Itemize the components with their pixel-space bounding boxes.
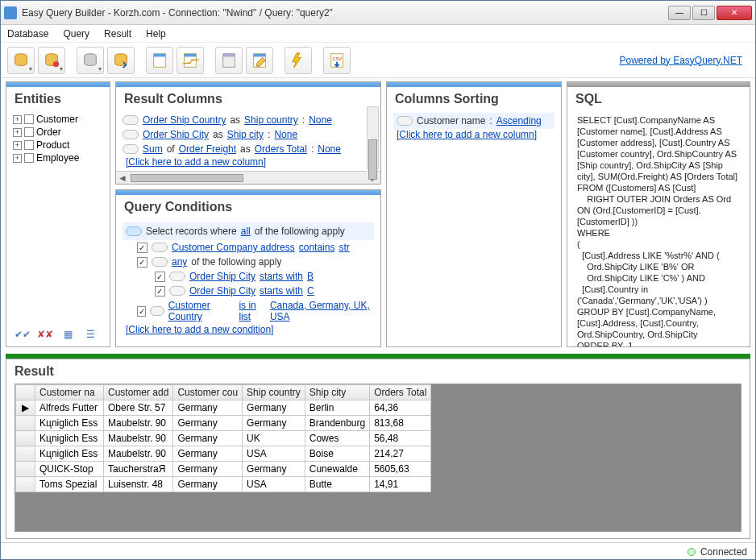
result-col-row[interactable]: Order Ship CountryasShip country:None: [123, 113, 374, 127]
condition-row[interactable]: Customer Countryis in listCanada, German…: [123, 298, 374, 324]
query-clear-button[interactable]: [215, 47, 243, 74]
toggle-icon[interactable]: [169, 272, 185, 281]
toggle-icon[interactable]: [152, 257, 168, 267]
checkbox[interactable]: [24, 153, 34, 163]
checkbox[interactable]: [155, 286, 165, 297]
menu-result[interactable]: Result: [104, 28, 131, 39]
app-icon: [4, 6, 17, 19]
uncheck-all-icon[interactable]: ✘✘: [37, 327, 53, 342]
checkbox[interactable]: [155, 272, 165, 282]
table-row[interactable]: Kцniglich EssMaubelstr. 90GermanyGermany…: [16, 416, 431, 431]
column-header[interactable]: Orders Total: [370, 385, 431, 400]
condition-row[interactable]: Customer Company addresscontainsstr: [123, 240, 374, 255]
query-conditions-panel: Query Conditions Select records whereall…: [115, 189, 381, 347]
db-connect-button[interactable]: [7, 47, 35, 74]
columns-sorting-title: Columns Sorting: [387, 87, 561, 110]
toggle-icon[interactable]: [123, 144, 139, 154]
export-csv-button[interactable]: CSV: [323, 47, 351, 74]
query-open-button[interactable]: [177, 47, 204, 74]
result-columns-panel: Result Columns Order Ship CountryasShip …: [115, 81, 381, 185]
row-header[interactable]: [16, 431, 35, 446]
query-edit-button[interactable]: [246, 47, 273, 74]
db-refresh-button[interactable]: [107, 47, 135, 74]
maximize-button[interactable]: ☐: [692, 6, 715, 20]
statusbar: Connected: [1, 542, 755, 560]
entities-title: Entities: [6, 87, 110, 110]
entity-product[interactable]: +Product: [13, 139, 103, 151]
toggle-icon[interactable]: [152, 243, 168, 252]
list-view-icon[interactable]: ☰: [82, 327, 98, 342]
expand-icon[interactable]: +: [13, 128, 22, 137]
column-header[interactable]: Customer add: [104, 385, 173, 400]
table-row[interactable]: QUICK-StopTaucherstraЯGermanyGermanyCune…: [16, 462, 431, 477]
sql-text[interactable]: SELECT [Cust].CompanyName AS [Customer n…: [574, 113, 743, 346]
close-button[interactable]: ✕: [717, 6, 752, 20]
toggle-icon[interactable]: [169, 286, 185, 296]
condition-row[interactable]: Order Ship Citystarts withB: [123, 269, 374, 284]
checkbox[interactable]: [137, 257, 147, 268]
add-condition-link[interactable]: [Click here to add a new condition]: [123, 324, 374, 335]
db-disconnect-button[interactable]: [38, 47, 65, 74]
horizontal-scrollbar[interactable]: ◄►: [116, 171, 380, 184]
sql-panel: SQL SELECT [Cust].CompanyName AS [Custom…: [567, 81, 750, 347]
menu-query[interactable]: Query: [63, 28, 89, 39]
row-header[interactable]: [16, 446, 35, 462]
condition-root[interactable]: Select records whereallof the following …: [123, 222, 374, 240]
column-header[interactable]: Ship country: [243, 385, 305, 400]
row-header[interactable]: [16, 462, 35, 477]
db-save-button[interactable]: [77, 47, 104, 74]
titlebar: Easy Query Builder - Korzh.com - Connect…: [1, 1, 755, 25]
add-sort-column-link[interactable]: [Click here to add a new column]: [393, 129, 555, 140]
toggle-icon[interactable]: [123, 130, 139, 139]
row-header[interactable]: ▶: [16, 400, 35, 416]
result-panel: Result Customer naCustomer addCustomer c…: [6, 359, 750, 539]
column-header[interactable]: Ship city: [305, 385, 369, 400]
toggle-icon[interactable]: [150, 306, 164, 316]
sort-row[interactable]: Customer name:Ascending: [393, 113, 555, 129]
table-row[interactable]: Toms SpezialLuisenstr. 48GermanyUSAButte…: [16, 477, 431, 492]
condition-row[interactable]: Order Ship Citystarts withC: [123, 284, 374, 298]
minimize-button[interactable]: —: [668, 6, 691, 20]
table-row[interactable]: ▶Alfreds FutterObere Str. 57GermanyGerma…: [16, 400, 431, 416]
expand-icon[interactable]: +: [13, 141, 22, 150]
entity-employee[interactable]: +Employee: [13, 151, 103, 164]
table-row[interactable]: Kцniglich EssMaubelstr. 90GermanyUKCowes…: [16, 431, 431, 446]
checkbox[interactable]: [137, 243, 147, 253]
toggle-icon[interactable]: [123, 115, 139, 125]
execute-button[interactable]: [285, 47, 312, 74]
add-column-link[interactable]: [Click here to add a new column]: [123, 156, 374, 168]
toggle-icon[interactable]: [397, 116, 413, 126]
table-row[interactable]: Kцniglich EssMaubelstr. 90GermanyUSABois…: [16, 446, 431, 462]
svg-rect-10: [223, 53, 235, 56]
powered-link[interactable]: Powered by EasyQuery.NET: [619, 55, 742, 66]
result-grid[interactable]: Customer naCustomer addCustomer couShip …: [15, 384, 431, 492]
menu-help[interactable]: Help: [146, 28, 166, 39]
check-all-icon[interactable]: ✔✔: [15, 327, 31, 342]
expand-icon[interactable]: +: [13, 115, 22, 124]
vertical-scrollbar[interactable]: [367, 106, 379, 169]
menu-database[interactable]: Database: [7, 28, 48, 39]
row-header[interactable]: [16, 477, 35, 492]
column-header[interactable]: Customer cou: [173, 385, 243, 400]
entity-order[interactable]: +Order: [13, 126, 103, 139]
checkbox[interactable]: [24, 140, 34, 150]
condition-group[interactable]: anyof the following apply: [123, 255, 374, 269]
query-new-button[interactable]: [146, 47, 173, 74]
grid-view-icon[interactable]: ▦: [60, 327, 76, 342]
row-header[interactable]: [16, 416, 35, 431]
checkbox[interactable]: [137, 306, 146, 317]
column-header[interactable]: Customer na: [35, 385, 104, 400]
expand-icon[interactable]: +: [13, 154, 22, 163]
menubar: Database Query Result Help: [1, 25, 755, 43]
result-col-row[interactable]: Order Ship CityasShip city:None: [123, 127, 374, 142]
connection-status-icon: [687, 548, 696, 556]
toggle-icon[interactable]: [126, 226, 142, 236]
checkbox[interactable]: [24, 127, 34, 137]
checkbox[interactable]: [24, 114, 34, 124]
status-text: Connected: [700, 546, 747, 558]
entity-customer[interactable]: +Customer: [13, 113, 103, 126]
svg-rect-12: [254, 53, 266, 56]
entities-panel: Entities +Customer +Order +Product +Empl…: [6, 81, 110, 347]
result-col-row[interactable]: SumofOrder FreightasOrders Total:None: [123, 142, 374, 156]
svg-rect-8: [185, 53, 197, 56]
